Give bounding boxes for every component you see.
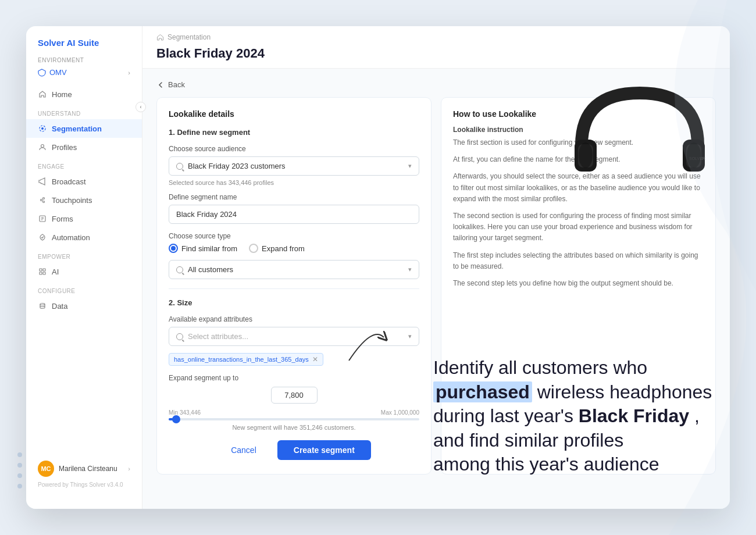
sidebar-item-broadcast[interactable]: Broadcast (26, 172, 142, 191)
search-icon (176, 333, 183, 340)
sidebar-item-automation[interactable]: Automation (26, 228, 142, 247)
slider-labels: Min 343,446 Max 1,000,000 (169, 409, 419, 416)
expand-label: Expand segment up to (169, 374, 419, 382)
all-customers-select[interactable]: All customers ▾ (169, 260, 419, 279)
section1-title: 1. Define new segment (169, 128, 419, 137)
environment-item[interactable]: OMV › (26, 66, 142, 79)
search-icon (176, 266, 183, 273)
env-icon (38, 69, 46, 77)
create-segment-button[interactable]: Create segment (277, 440, 371, 460)
sidebar-item-ai[interactable]: AI (26, 262, 142, 281)
detail-columns: Lookalike details 1. Define new segment … (156, 97, 716, 475)
expand-value-input[interactable] (271, 387, 318, 404)
back-arrow-icon (156, 81, 165, 89)
svg-line-6 (42, 199, 43, 200)
source-audience-value: Black Friday 2023 customers (188, 162, 286, 170)
segmentation-icon (38, 124, 47, 133)
breadcrumb-path: Segmentation (167, 33, 211, 41)
tag-close-icon[interactable]: ✕ (312, 355, 318, 363)
sidebar-footer: MC Marilena Cirsteanu › Powered by Thing… (26, 451, 142, 497)
lookalike-details-panel: Lookalike details 1. Define new segment … (156, 97, 432, 475)
howto-panel: How to use Lookalike Lookalike instructi… (441, 97, 716, 475)
chevron-down-icon: ▾ (408, 162, 412, 170)
radio-option1-label: Find similar from (181, 244, 237, 253)
sidebar-item-data[interactable]: Data (26, 297, 142, 315)
source-type-radio-group: Find similar from Expand from (169, 244, 419, 253)
svg-point-4 (43, 198, 45, 199)
sidebar: Solver AI Suite ENVIRONMENT OMV › ‹ Home… (26, 26, 142, 509)
radio-expand-from[interactable]: Expand from (249, 244, 305, 253)
radio-option2-label: Expand from (262, 244, 305, 253)
back-label: Back (168, 80, 185, 89)
back-navigation[interactable]: Back (156, 80, 716, 89)
home-icon (38, 90, 47, 99)
slider-min-label: Min 343,446 (169, 409, 201, 416)
chevron-down-icon: ▾ (408, 266, 412, 273)
radio-find-similar[interactable]: Find similar from (169, 244, 237, 253)
cancel-button[interactable]: Cancel (217, 440, 270, 460)
attribute-tag: has_online_transactions_in_the_last_365_… (169, 349, 419, 366)
svg-rect-13 (43, 269, 45, 271)
page-title: Black Friday 2024 (156, 46, 716, 61)
expand-number-input (169, 387, 419, 404)
slider-thumb[interactable] (172, 415, 180, 423)
sidebar-item-segmentation[interactable]: Segmentation (26, 119, 142, 138)
sidebar-item-home[interactable]: Home (26, 85, 142, 104)
sidebar-section-engage: ENGAGE (26, 156, 142, 172)
section2-title: 2. Size (169, 298, 419, 307)
svg-rect-14 (40, 272, 42, 274)
source-audience-select[interactable]: Black Friday 2023 customers ▾ (169, 156, 419, 176)
profiles-icon (38, 142, 47, 152)
ai-icon (38, 267, 47, 276)
howto-paragraph-1: The first section is used for configurin… (453, 137, 704, 148)
section-divider (169, 288, 419, 289)
sidebar-item-forms[interactable]: Forms (26, 209, 142, 228)
attributes-placeholder: Select attributes... (188, 332, 248, 341)
howto-title: How to use Lookalike (453, 109, 704, 119)
breadcrumb: Segmentation (156, 33, 716, 41)
user-avatar: MC (38, 461, 54, 477)
segment-name-input[interactable] (169, 205, 419, 224)
attributes-select[interactable]: Select attributes... ▾ (169, 327, 419, 346)
svg-point-1 (41, 127, 44, 130)
app-container: Solver AI Suite ENVIRONMENT OMV › ‹ Home… (26, 26, 730, 509)
sidebar-item-label: Automation (52, 233, 90, 242)
search-icon (176, 163, 183, 170)
sidebar-item-label: Segmentation (52, 124, 102, 133)
content-area: Back Lookalike details 1. Define new seg… (142, 69, 730, 509)
expand-slider[interactable]: Min 343,446 Max 1,000,000 (169, 409, 419, 420)
automation-icon (38, 233, 47, 242)
svg-point-3 (41, 199, 42, 201)
breadcrumb-home-icon (156, 34, 164, 41)
app-logo: Solver AI Suite (26, 38, 142, 57)
env-arrow-icon: › (128, 69, 130, 76)
svg-rect-15 (43, 272, 45, 274)
all-customers-value: All customers (188, 265, 233, 274)
sidebar-item-touchpoints[interactable]: Touchpoints (26, 191, 142, 209)
sidebar-collapse-button[interactable]: ‹ (135, 102, 146, 112)
howto-paragraph-4: The second section is used for configuri… (453, 211, 704, 244)
source-audience-label: Choose source audience (169, 145, 419, 153)
data-icon (38, 301, 47, 311)
sidebar-item-label: Broadcast (52, 177, 86, 186)
howto-instruction-title: Lookalike instruction (453, 126, 704, 134)
source-hint: Selected source has 343,446 profiles (169, 179, 419, 186)
radio-unchecked-icon (249, 244, 258, 253)
user-menu[interactable]: MC Marilena Cirsteanu › (38, 461, 130, 477)
powered-by-text: Powered by Things Solver v3.4.0 (38, 482, 130, 488)
slider-hint: New segment will have 351,246 customers. (169, 424, 419, 431)
sidebar-item-profiles[interactable]: Profiles (26, 138, 142, 156)
sidebar-item-label: Data (52, 302, 67, 311)
sidebar-item-label: Profiles (52, 143, 77, 152)
slider-track (169, 418, 419, 420)
howto-paragraph-3: Afterwards, you should select the source… (453, 171, 704, 205)
svg-point-5 (43, 201, 45, 203)
svg-point-2 (41, 145, 44, 148)
howto-paragraph-6: The second step lets you define how big … (453, 278, 704, 289)
touchpoints-icon (38, 195, 47, 205)
sidebar-section-configure: CONFIGURE (26, 281, 142, 297)
source-type-label: Choose source type (169, 232, 419, 240)
chevron-down-icon: ▾ (408, 333, 412, 340)
svg-rect-12 (40, 269, 42, 271)
howto-paragraph-2: At first, you can define the name for th… (453, 154, 704, 165)
